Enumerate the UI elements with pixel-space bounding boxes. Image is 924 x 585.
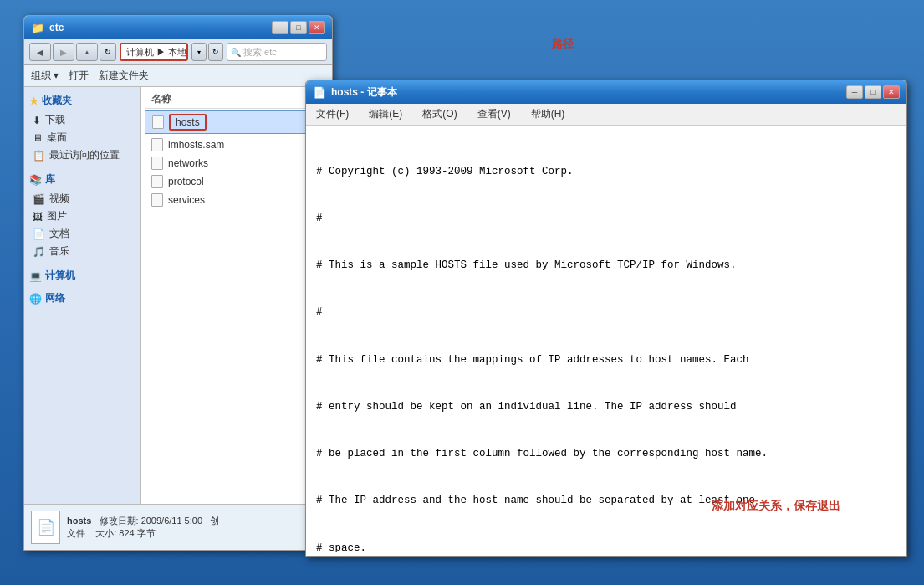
back-button[interactable]: ◀ bbox=[29, 43, 51, 61]
notepad-window: 📄 hosts - 记事本 ─ □ ✕ 文件(F) 编辑(E) 格式(O) 查看… bbox=[305, 80, 907, 557]
search-box[interactable]: 🔍 搜索 etc bbox=[227, 43, 327, 61]
networks-file-icon bbox=[151, 157, 163, 170]
download-icon: ⬇ bbox=[33, 115, 41, 126]
desktop: 📁 etc ─ □ ✕ ◀ ▶ ▲ ↻ bbox=[0, 0, 924, 585]
nav-buttons: ◀ ▶ ▲ ↻ bbox=[29, 43, 116, 61]
star-icon: ★ bbox=[29, 95, 38, 107]
organize-label: 组织 ▾ bbox=[31, 69, 59, 83]
file-item-hosts[interactable]: hosts bbox=[145, 110, 329, 134]
explorer-toolbar: 组织 ▾ 打开 新建文件夹 bbox=[24, 65, 332, 87]
close-button[interactable]: ✕ bbox=[309, 21, 325, 34]
sidebar-item-desktop[interactable]: 🖥 桌面 bbox=[29, 129, 135, 146]
notepad-titlebar: 📄 hosts - 记事本 ─ □ ✕ bbox=[306, 80, 906, 104]
address-input[interactable]: 计算机 ▶ 本地磁盘 (C:) ▶ Windows ▶ System32 ▶ d… bbox=[120, 43, 188, 61]
address-dropdown[interactable]: ▾ bbox=[191, 43, 207, 61]
file-item-lmhosts[interactable]: lmhosts.sam bbox=[145, 136, 329, 154]
favorites-title: ★ 收藏夹 bbox=[29, 94, 135, 108]
sidebar-item-download[interactable]: ⬇ 下载 bbox=[29, 111, 135, 129]
address-bar-area: ◀ ▶ ▲ ↻ 计算机 ▶ 本地磁盘 (C:) ▶ Windows ▶ Syst… bbox=[24, 39, 332, 65]
up-icon: ▲ bbox=[84, 49, 90, 56]
search-placeholder: 搜索 etc bbox=[243, 46, 277, 59]
notepad-title-text: 📄 hosts - 记事本 bbox=[313, 85, 397, 100]
hosts-filename: hosts bbox=[169, 114, 207, 131]
file-item-networks[interactable]: networks bbox=[145, 154, 329, 172]
refresh-icon2: ↻ bbox=[212, 48, 219, 56]
menu-file[interactable]: 文件(F) bbox=[313, 106, 352, 122]
document-icon: 📄 bbox=[33, 228, 45, 240]
networks-filename: networks bbox=[168, 157, 208, 169]
file-list-header: 名称 bbox=[145, 90, 329, 109]
file-thumbnail: 📄 bbox=[31, 511, 60, 544]
menu-format[interactable]: 格式(O) bbox=[419, 106, 460, 122]
desktop-icon: 🖥 bbox=[33, 132, 43, 144]
file-item-services[interactable]: services bbox=[145, 191, 329, 209]
sidebar-section-computer: 💻 计算机 bbox=[29, 269, 135, 283]
refresh-button[interactable]: ↻ bbox=[100, 43, 116, 61]
file-list: 名称 hosts lmhosts.sam networks p bbox=[141, 87, 332, 537]
forward-button[interactable]: ▶ bbox=[53, 43, 74, 61]
line-2: # bbox=[316, 211, 896, 227]
library-title: 📚 库 bbox=[29, 172, 135, 187]
notepad-content[interactable]: # Copyright (c) 1993-2009 Microsoft Corp… bbox=[306, 126, 906, 552]
picture-icon: 🖼 bbox=[33, 211, 43, 223]
name-column-header: 名称 bbox=[151, 93, 171, 105]
protocol-filename: protocol bbox=[168, 176, 204, 187]
window-controls: ─ □ ✕ bbox=[272, 21, 325, 34]
sidebar-item-document[interactable]: 📄 文档 bbox=[29, 225, 135, 243]
line-7: # be placed in the first column followed… bbox=[316, 446, 896, 462]
protocol-file-icon bbox=[151, 175, 163, 188]
line-3: # This is a sample HOSTS file used by Mi… bbox=[316, 258, 896, 274]
maximize-button[interactable]: □ bbox=[290, 21, 307, 34]
sidebar-section-network: 🌐 网络 bbox=[29, 291, 135, 305]
minimize-button[interactable]: ─ bbox=[272, 21, 288, 34]
notepad-maximize-button[interactable]: □ bbox=[865, 85, 881, 99]
services-file-icon bbox=[151, 193, 163, 207]
refresh-btn2[interactable]: ↻ bbox=[208, 43, 223, 61]
status-type-size: 文件 大小: 824 字节 bbox=[67, 527, 219, 540]
notepad-window-controls: ─ □ ✕ bbox=[846, 85, 900, 99]
line-9: # space. bbox=[316, 541, 896, 553]
sidebar-item-recent[interactable]: 📋 最近访问的位置 bbox=[29, 146, 135, 164]
thumb-file-icon: 📄 bbox=[37, 518, 55, 536]
lmhosts-filename: lmhosts.sam bbox=[168, 139, 224, 151]
status-modified: 修改日期: 2009/6/11 5:00 bbox=[100, 516, 203, 526]
sidebar-item-music[interactable]: 🎵 音乐 bbox=[29, 243, 135, 260]
explorer-titlebar: 📁 etc ─ □ ✕ bbox=[24, 16, 332, 39]
services-filename: services bbox=[168, 194, 205, 206]
menu-view[interactable]: 查看(V) bbox=[474, 106, 514, 122]
dropdown-icon: ▾ bbox=[197, 49, 201, 56]
open-button[interactable]: 打开 bbox=[69, 69, 89, 83]
network-title: 🌐 网络 bbox=[29, 291, 135, 305]
notepad-title-icon: 📄 bbox=[313, 86, 326, 99]
network-icon: 🌐 bbox=[29, 293, 42, 305]
sidebar-item-video[interactable]: 🎬 视频 bbox=[29, 190, 135, 208]
new-folder-label: 新建文件夹 bbox=[99, 69, 149, 83]
search-icon: 🔍 bbox=[231, 48, 241, 57]
forward-icon: ▶ bbox=[60, 48, 67, 57]
up-button[interactable]: ▲ bbox=[76, 43, 98, 61]
sidebar-item-picture[interactable]: 🖼 图片 bbox=[29, 208, 135, 225]
back-icon: ◀ bbox=[37, 48, 43, 57]
line-1: # Copyright (c) 1993-2009 Microsoft Corp… bbox=[316, 164, 896, 180]
organize-button[interactable]: 组织 ▾ bbox=[31, 69, 59, 83]
line-5: # This file contains the mappings of IP … bbox=[316, 352, 896, 368]
music-icon: 🎵 bbox=[33, 246, 45, 258]
menu-help[interactable]: 帮助(H) bbox=[528, 106, 569, 122]
notepad-close-button[interactable]: ✕ bbox=[883, 85, 900, 99]
explorer-title: 📁 etc bbox=[31, 22, 64, 34]
notepad-minimize-button[interactable]: ─ bbox=[846, 85, 863, 99]
status-created-label: 创 bbox=[205, 516, 219, 526]
file-item-protocol[interactable]: protocol bbox=[145, 172, 329, 191]
address-text: 计算机 ▶ 本地磁盘 (C:) ▶ Windows ▶ System32 ▶ d… bbox=[126, 46, 188, 59]
video-icon: 🎬 bbox=[33, 193, 45, 205]
recent-icon: 📋 bbox=[33, 150, 45, 162]
content-area: ★ 收藏夹 ⬇ 下载 🖥 桌面 📋 最近访问的位置 bbox=[24, 87, 332, 537]
status-filename: hosts 修改日期: 2009/6/11 5:00 创 bbox=[67, 515, 219, 527]
explorer-window: 📁 etc ─ □ ✕ ◀ ▶ ▲ ↻ bbox=[23, 15, 333, 551]
add-note-annotation: 添加对应关系，保存退出 bbox=[712, 499, 840, 514]
computer-icon: 💻 bbox=[29, 270, 42, 282]
explorer-status-bar: 📄 hosts 修改日期: 2009/6/11 5:00 创 文件 大小: 82… bbox=[24, 504, 332, 550]
sidebar: ★ 收藏夹 ⬇ 下载 🖥 桌面 📋 最近访问的位置 bbox=[24, 87, 141, 537]
menu-edit[interactable]: 编辑(E) bbox=[365, 106, 406, 122]
new-folder-button[interactable]: 新建文件夹 bbox=[99, 69, 149, 83]
